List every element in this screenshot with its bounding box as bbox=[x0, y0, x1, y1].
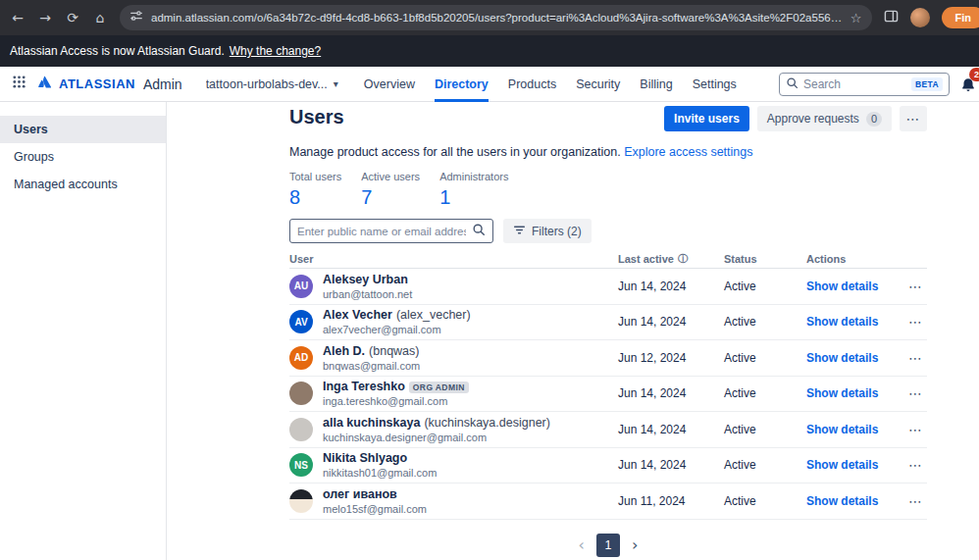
brand-wordmark: ATLASSIAN bbox=[59, 76, 135, 91]
table-row: Inga Tereshko ORG ADMIN inga.tereshko@gm… bbox=[289, 377, 927, 413]
stat-label: Total users bbox=[289, 171, 341, 182]
primary-nav: Overview Directory Products Security Bil… bbox=[364, 67, 737, 102]
show-details-link[interactable]: Show details bbox=[806, 423, 878, 436]
reload-icon[interactable]: ⟳ bbox=[65, 10, 80, 25]
nav-overview[interactable]: Overview bbox=[364, 67, 415, 102]
row-more-icon[interactable]: ⋯ bbox=[908, 279, 927, 294]
nav-products[interactable]: Products bbox=[508, 67, 556, 102]
show-details-link[interactable]: Show details bbox=[806, 315, 878, 329]
last-active-cell: Jun 14, 2024 bbox=[618, 458, 724, 472]
main-panel: Users Invite users Approve requests 0 ⋯ … bbox=[167, 102, 979, 560]
notification-count-badge: 2 bbox=[969, 68, 979, 81]
sidebar-item-users[interactable]: Users bbox=[0, 116, 166, 143]
row-more-icon[interactable]: ⋯ bbox=[908, 422, 927, 437]
user-username: (alex_vecher) bbox=[396, 308, 471, 323]
user-email: kuchinskaya.designer@gmail.com bbox=[323, 432, 550, 443]
stat-label: Administrators bbox=[439, 171, 508, 182]
filters-button[interactable]: Filters (2) bbox=[503, 219, 592, 243]
pagination-next-icon[interactable]: › bbox=[632, 535, 638, 554]
show-details-link[interactable]: Show details bbox=[806, 386, 878, 400]
row-more-icon[interactable]: ⋯ bbox=[908, 457, 927, 473]
user-name: Alex Vecher bbox=[323, 308, 392, 323]
org-selector[interactable]: tattoon-urbolabs-dev... ▾ bbox=[206, 77, 338, 91]
avatar bbox=[289, 418, 313, 441]
search-icon[interactable] bbox=[472, 223, 486, 240]
banner-text: Atlassian Access is now Atlassian Guard. bbox=[10, 44, 225, 58]
user-cell: AD Aleh D. (bnqwas) bnqwas@gmail.com bbox=[289, 344, 618, 372]
user-search-field[interactable] bbox=[289, 219, 493, 243]
avatar-initials: AV bbox=[294, 317, 307, 328]
site-settings-icon[interactable] bbox=[129, 9, 143, 26]
table-row: NS Nikita Shlyago nikkitash01@gmail.com … bbox=[289, 448, 927, 484]
home-icon[interactable]: ⌂ bbox=[92, 10, 108, 25]
org-name: tattoon-urbolabs-dev... bbox=[206, 77, 328, 91]
explore-access-settings-link[interactable]: Explore access settings bbox=[624, 145, 752, 159]
row-more-icon[interactable]: ⋯ bbox=[908, 493, 927, 509]
users-table: User Last active ⓘ Status Actions AU Ale… bbox=[289, 249, 927, 520]
last-active-cell: Jun 14, 2024 bbox=[618, 315, 724, 329]
info-icon[interactable]: ⓘ bbox=[678, 252, 688, 266]
nav-billing[interactable]: Billing bbox=[640, 67, 672, 102]
sidebar-item-managed-accounts[interactable]: Managed accounts bbox=[0, 171, 166, 198]
search-icon bbox=[786, 76, 799, 93]
product-name: Admin bbox=[143, 76, 182, 92]
table-row: AU Aleksey Urban urban@tattoon.net Jun 1… bbox=[289, 269, 927, 305]
status-cell: Active bbox=[724, 386, 806, 400]
user-email: nikkitash01@gmail.com bbox=[323, 467, 437, 479]
row-more-icon[interactable]: ⋯ bbox=[908, 314, 927, 330]
nav-settings[interactable]: Settings bbox=[693, 67, 737, 102]
notifications-bell-icon[interactable]: 2 bbox=[959, 73, 979, 96]
row-more-icon[interactable]: ⋯ bbox=[908, 350, 927, 366]
sidebar-item-groups[interactable]: Groups bbox=[0, 143, 166, 171]
global-search-input[interactable] bbox=[803, 77, 906, 91]
table-header: User Last active ⓘ Status Actions bbox=[289, 249, 927, 269]
pagination-page-1[interactable]: 1 bbox=[596, 534, 620, 557]
show-details-link[interactable]: Show details bbox=[806, 280, 878, 293]
column-status: Status bbox=[724, 253, 806, 265]
banner-link[interactable]: Why the change? bbox=[230, 44, 321, 58]
stat-value: 8 bbox=[289, 186, 341, 209]
page-more-icon[interactable]: ⋯ bbox=[900, 106, 927, 131]
table-row: олег иванов melo15sf@gmail.com Jun 11, 2… bbox=[289, 484, 927, 520]
back-icon[interactable]: ← bbox=[10, 10, 26, 25]
browser-profile-button[interactable]: Fin bbox=[942, 7, 979, 28]
chevron-down-icon: ▾ bbox=[334, 78, 338, 89]
user-name: Aleksey Urban bbox=[323, 273, 408, 287]
avatar-initials: AD bbox=[294, 352, 308, 363]
address-bar[interactable]: admin.atlassian.com/o/6a34b72c-d9fd-4cd8… bbox=[120, 5, 872, 30]
table-body: AU Aleksey Urban urban@tattoon.net Jun 1… bbox=[289, 269, 927, 520]
beta-badge: BETA bbox=[911, 77, 943, 91]
browser-profile-avatar[interactable] bbox=[910, 8, 930, 27]
avatar-initials: AU bbox=[294, 280, 308, 291]
browser-panel-icon[interactable] bbox=[884, 9, 899, 27]
user-search-input[interactable] bbox=[297, 226, 466, 237]
stat-value: 7 bbox=[361, 186, 420, 209]
user-name: Nikita Shlyago bbox=[323, 451, 407, 466]
user-name: Aleh D. bbox=[323, 344, 365, 359]
bookmark-star-icon[interactable]: ☆ bbox=[850, 11, 862, 25]
show-details-link[interactable]: Show details bbox=[806, 351, 878, 365]
nav-security[interactable]: Security bbox=[576, 67, 620, 102]
global-search[interactable]: BETA bbox=[779, 73, 950, 96]
forward-icon[interactable]: → bbox=[37, 10, 53, 25]
user-stats: Total users 8 Active users 7 Administrat… bbox=[289, 171, 927, 209]
user-username: (kuchinskaya.designer) bbox=[424, 416, 550, 431]
approve-requests-button[interactable]: Approve requests 0 bbox=[757, 106, 892, 131]
page-description: Manage product access for all the users … bbox=[289, 145, 621, 159]
last-active-cell: Jun 12, 2024 bbox=[618, 351, 724, 365]
status-cell: Active bbox=[724, 280, 806, 293]
avatar bbox=[289, 489, 313, 513]
avatar: AU bbox=[289, 275, 313, 298]
org-admin-badge: ORG ADMIN bbox=[409, 382, 469, 393]
nav-directory[interactable]: Directory bbox=[435, 67, 489, 102]
invite-users-button[interactable]: Invite users bbox=[664, 106, 749, 131]
user-cell: AU Aleksey Urban urban@tattoon.net bbox=[289, 273, 618, 300]
app-switcher-icon[interactable] bbox=[12, 75, 26, 93]
pagination-prev-icon[interactable]: ‹ bbox=[579, 535, 585, 554]
table-row: AV Alex Vecher (alex_vecher) alex7vecher… bbox=[289, 305, 927, 341]
show-details-link[interactable]: Show details bbox=[806, 458, 878, 472]
row-more-icon[interactable]: ⋯ bbox=[908, 385, 927, 401]
atlassian-admin-logo[interactable]: ATLASSIAN Admin bbox=[36, 74, 182, 94]
user-cell: AV Alex Vecher (alex_vecher) alex7vecher… bbox=[289, 308, 618, 335]
show-details-link[interactable]: Show details bbox=[806, 494, 878, 508]
